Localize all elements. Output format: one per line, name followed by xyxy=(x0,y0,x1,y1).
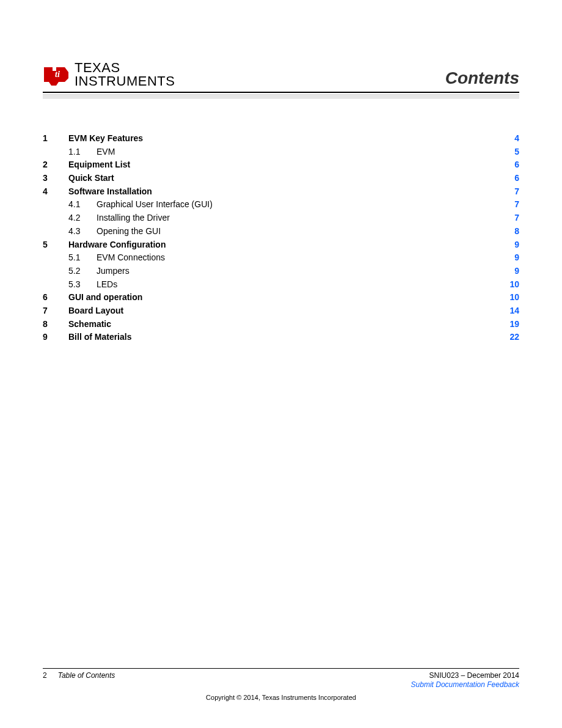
toc-entry-title: Opening the GUI xyxy=(97,225,161,238)
toc-entry-title: Bill of Materials xyxy=(68,331,131,344)
toc-page-link[interactable]: 7 xyxy=(503,198,519,211)
ti-logo-text: TEXAS INSTRUMENTS xyxy=(75,61,175,88)
toc-entry-title: LEDs xyxy=(97,278,117,292)
toc-entry-title: Graphical User Interface (GUI) xyxy=(97,198,213,211)
toc-row: 3Quick Start6 xyxy=(43,172,519,185)
submit-feedback-link[interactable]: Submit Documentation Feedback xyxy=(411,680,519,690)
toc-page-link[interactable]: 7 xyxy=(503,211,519,225)
toc-section-number: 4 xyxy=(43,185,68,199)
page-footer: 2 Table of Contents SNIU023 – December 2… xyxy=(43,668,519,701)
footer-title: Table of Contents xyxy=(58,671,115,680)
toc-page-link[interactable]: 22 xyxy=(503,331,519,344)
toc-entry-title: Installing the Driver xyxy=(97,211,170,225)
page-title: Contents xyxy=(445,68,519,88)
footer-copyright: Copyright © 2014, Texas Instruments Inco… xyxy=(43,694,519,701)
toc-page-link[interactable]: 4 xyxy=(503,132,519,145)
toc-page-link[interactable]: 5 xyxy=(503,145,519,159)
toc-section-number: 5 xyxy=(43,238,68,252)
toc-section-number: 6 xyxy=(43,291,68,304)
toc-section-number: 2 xyxy=(43,158,68,172)
toc-entry-title: GUI and operation xyxy=(68,291,142,304)
toc-section-number: 9 xyxy=(43,331,68,344)
toc-entry-title: EVM Key Features xyxy=(68,132,143,145)
toc-entry-title: EVM xyxy=(97,145,115,159)
toc-entry-title: Hardware Configuration xyxy=(68,238,166,252)
logo-line-2: INSTRUMENTS xyxy=(75,75,175,88)
toc-page-link[interactable]: 9 xyxy=(503,251,519,265)
toc-entry-title: Equipment List xyxy=(68,158,130,172)
toc-section-number: 8 xyxy=(43,318,68,331)
toc-row: 8Schematic19 xyxy=(43,318,519,331)
svg-text:ti: ti xyxy=(55,70,60,79)
toc-subsection-number: 4.3 xyxy=(68,225,97,238)
toc-subsection-number: 4.2 xyxy=(68,211,97,225)
toc-row: 5Hardware Configuration9 xyxy=(43,238,519,252)
toc-page-link[interactable]: 14 xyxy=(503,304,519,318)
toc-row: 7Board Layout14 xyxy=(43,304,519,318)
toc-subsection-number: 5.2 xyxy=(68,265,97,278)
toc-row: 5.1EVM Connections9 xyxy=(43,251,519,265)
toc-entry-title: Schematic xyxy=(68,318,111,331)
toc-row: 4.3Opening the GUI8 xyxy=(43,225,519,238)
toc-page-link[interactable]: 10 xyxy=(503,291,519,304)
toc-section-number: 1 xyxy=(43,132,68,145)
logo-line-1: TEXAS xyxy=(75,61,175,75)
footer-page-number: 2 xyxy=(43,671,47,680)
table-of-contents: 1EVM Key Features41.1EVM52Equipment List… xyxy=(43,132,519,344)
toc-entry-title: Board Layout xyxy=(68,304,123,318)
toc-page-link[interactable]: 6 xyxy=(503,158,519,172)
toc-row: 6GUI and operation10 xyxy=(43,291,519,304)
toc-subsection-number: 1.1 xyxy=(68,145,97,159)
toc-section-number: 3 xyxy=(43,172,68,185)
toc-page-link[interactable]: 8 xyxy=(503,225,519,238)
header-rules xyxy=(43,92,519,98)
toc-page-link[interactable]: 7 xyxy=(503,185,519,199)
ti-logo: ti TEXAS INSTRUMENTS xyxy=(43,61,175,88)
toc-page-link[interactable]: 9 xyxy=(503,265,519,278)
ti-chip-icon: ti xyxy=(43,62,71,87)
toc-entry-title: EVM Connections xyxy=(97,251,165,265)
toc-entry-title: Software Installation xyxy=(68,185,152,199)
toc-subsection-number: 4.1 xyxy=(68,198,97,211)
toc-row: 1EVM Key Features4 xyxy=(43,132,519,145)
toc-row: 4.2Installing the Driver7 xyxy=(43,211,519,225)
toc-page-link[interactable]: 10 xyxy=(503,278,519,292)
toc-page-link[interactable]: 19 xyxy=(503,318,519,331)
footer-doc-id: SNIU023 – December 2014 xyxy=(411,671,519,681)
toc-row: 9Bill of Materials22 xyxy=(43,331,519,344)
toc-page-link[interactable]: 9 xyxy=(503,238,519,252)
toc-row: 4Software Installation7 xyxy=(43,185,519,199)
toc-row: 1.1EVM5 xyxy=(43,145,519,159)
toc-entry-title: Quick Start xyxy=(68,172,114,185)
toc-subsection-number: 5.3 xyxy=(68,278,97,292)
toc-row: 2Equipment List6 xyxy=(43,158,519,172)
toc-section-number: 7 xyxy=(43,304,68,318)
toc-page-link[interactable]: 6 xyxy=(503,172,519,185)
toc-row: 4.1Graphical User Interface (GUI)7 xyxy=(43,198,519,211)
toc-entry-title: Jumpers xyxy=(97,265,130,278)
toc-row: 5.3LEDs10 xyxy=(43,278,519,292)
toc-subsection-number: 5.1 xyxy=(68,251,97,265)
toc-row: 5.2Jumpers9 xyxy=(43,265,519,278)
